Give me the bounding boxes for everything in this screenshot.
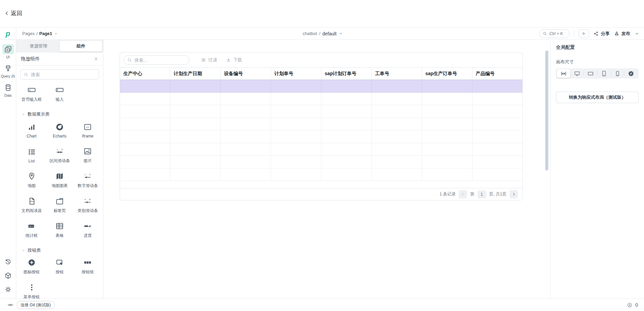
table-search-input[interactable] bbox=[134, 58, 186, 63]
table-cell[interactable] bbox=[372, 105, 422, 118]
table-row[interactable] bbox=[120, 143, 522, 156]
table-cell[interactable] bbox=[221, 105, 271, 118]
table-widget[interactable]: 过滤 下载 生产中心计划生产日期设备编号计划单号sap计划订单号工单号sap生产… bbox=[120, 52, 523, 200]
breadcrumb[interactable]: Pages / Page1 bbox=[22, 31, 58, 36]
prev-page-button[interactable] bbox=[459, 190, 467, 198]
table-cell[interactable] bbox=[271, 130, 321, 143]
table-cell[interactable] bbox=[170, 105, 220, 118]
table-column-header[interactable]: 计划单号 bbox=[271, 68, 321, 80]
table-cell[interactable] bbox=[120, 80, 170, 92]
table-cell[interactable] bbox=[422, 130, 472, 143]
table-column-header[interactable]: 计划生产日期 bbox=[170, 68, 220, 80]
table-cell[interactable] bbox=[120, 118, 170, 130]
canvas[interactable]: 过滤 下载 生产中心计划生产日期设备编号计划单号sap计划订单号工单号sap生产… bbox=[103, 40, 550, 299]
table-cell[interactable] bbox=[321, 156, 372, 168]
canvas-size-fluid-width-button[interactable] bbox=[557, 69, 570, 78]
table-cell[interactable] bbox=[221, 168, 271, 181]
table-cell[interactable] bbox=[321, 168, 372, 181]
table-cell[interactable] bbox=[120, 143, 170, 156]
table-cell[interactable] bbox=[221, 118, 271, 130]
component-card-区间滑动条[interactable]: 15区间滑动条 bbox=[45, 143, 73, 168]
table-cell[interactable] bbox=[271, 93, 321, 105]
component-card-菜单按钮[interactable]: 菜单按钮 bbox=[18, 279, 45, 299]
app-env-switcher[interactable]: chatbot / default bbox=[303, 28, 343, 39]
table-cell[interactable] bbox=[170, 156, 220, 168]
canvas-size-edit-pencil-button[interactable] bbox=[624, 69, 638, 78]
table-cell[interactable] bbox=[221, 80, 271, 92]
table-cell[interactable] bbox=[472, 168, 522, 181]
table-cell[interactable] bbox=[372, 93, 422, 105]
canvas-scrollbar[interactable] bbox=[545, 51, 548, 170]
component-card-地图图表[interactable]: 地图图表 bbox=[45, 168, 73, 193]
history-icon[interactable] bbox=[4, 258, 12, 266]
table-cell[interactable] bbox=[472, 118, 522, 130]
error-circle-icon[interactable] bbox=[627, 302, 633, 308]
component-card-Chart[interactable]: Chart bbox=[18, 118, 45, 143]
table-cell[interactable] bbox=[170, 80, 220, 92]
table-column-header[interactable]: 设备编号 bbox=[221, 68, 271, 80]
table-cell[interactable] bbox=[271, 156, 321, 168]
component-section-数据展示类[interactable]: 数据展示类 bbox=[18, 106, 102, 118]
table-cell[interactable] bbox=[120, 93, 170, 105]
table-cell[interactable] bbox=[422, 80, 472, 92]
table-row[interactable] bbox=[120, 156, 522, 168]
component-card-类别滑动条[interactable]: AB类别滑动条 bbox=[74, 193, 102, 218]
table-cell[interactable] bbox=[271, 168, 321, 181]
component-card-Echarts[interactable]: Echarts bbox=[45, 118, 73, 143]
preview-play-button[interactable] bbox=[579, 29, 589, 38]
table-cell[interactable] bbox=[321, 143, 372, 156]
table-cell[interactable] bbox=[170, 130, 220, 143]
table-cell[interactable] bbox=[221, 143, 271, 156]
table-cell[interactable] bbox=[422, 143, 472, 156]
panel-tab-资源管理[interactable]: 资源管理 bbox=[17, 41, 60, 52]
more-options-chevron-icon[interactable] bbox=[635, 31, 639, 36]
back-button[interactable]: 返回 bbox=[4, 9, 22, 17]
table-row[interactable] bbox=[120, 80, 522, 93]
component-card-按钮组[interactable]: 按钮组 bbox=[74, 254, 102, 279]
table-cell[interactable] bbox=[372, 80, 422, 92]
table-cell[interactable] bbox=[120, 130, 170, 143]
table-cell[interactable] bbox=[120, 105, 170, 118]
table-cell[interactable] bbox=[170, 93, 220, 105]
publish-button[interactable]: 发布 bbox=[614, 31, 630, 37]
table-row[interactable] bbox=[120, 130, 522, 143]
component-card-进度[interactable]: 进度 bbox=[74, 218, 102, 243]
table-cell[interactable] bbox=[472, 130, 522, 143]
table-cell[interactable] bbox=[120, 156, 170, 168]
table-download-button[interactable]: 下载 bbox=[226, 57, 242, 63]
omnibar-search-button[interactable]: Ctrl + K bbox=[539, 29, 570, 38]
table-cell[interactable] bbox=[472, 105, 522, 118]
component-list-scroll[interactable]: $货币输入框输入数据展示类ChartEcharts</>IframeList15… bbox=[16, 80, 103, 299]
app-logo[interactable]: p bbox=[0, 28, 16, 39]
table-cell[interactable] bbox=[221, 93, 271, 105]
rail-item-ui[interactable]: UI bbox=[1, 44, 15, 59]
table-cell[interactable] bbox=[321, 130, 372, 143]
table-cell[interactable] bbox=[321, 93, 372, 105]
component-search-input[interactable] bbox=[31, 72, 96, 77]
canvas-size-tablet-portrait-button[interactable] bbox=[597, 69, 611, 78]
component-card-统计框[interactable]: 12 ↗统计框 bbox=[18, 218, 45, 243]
table-row[interactable] bbox=[120, 93, 522, 105]
table-cell[interactable] bbox=[472, 80, 522, 92]
settings-icon[interactable] bbox=[4, 286, 12, 293]
table-cell[interactable] bbox=[472, 93, 522, 105]
panel-tab-组件[interactable]: 组件 bbox=[60, 41, 102, 52]
table-cell[interactable] bbox=[422, 156, 472, 168]
current-page-box[interactable]: 1 bbox=[478, 190, 486, 198]
table-cell[interactable] bbox=[221, 156, 271, 168]
component-card-Iframe[interactable]: </>Iframe bbox=[74, 118, 102, 143]
table-row[interactable] bbox=[120, 168, 522, 181]
connect-git-button[interactable]: 连接 Git (测试版) bbox=[17, 301, 55, 309]
canvas-size-mobile-button[interactable] bbox=[611, 69, 624, 78]
table-cell[interactable] bbox=[321, 118, 372, 130]
component-card-标签页[interactable]: 标签页 bbox=[45, 193, 73, 218]
component-card-图片[interactable]: 图片 bbox=[74, 143, 102, 168]
table-cell[interactable] bbox=[372, 143, 422, 156]
table-cell[interactable] bbox=[170, 118, 220, 130]
canvas-size-desktop-button[interactable] bbox=[570, 69, 584, 78]
next-page-button[interactable] bbox=[510, 190, 518, 198]
component-card-数字滑动条[interactable]: 15数字滑动条 bbox=[74, 168, 102, 193]
table-cell[interactable] bbox=[472, 156, 522, 168]
component-card-文档阅读器[interactable]: PDF文档阅读器 bbox=[18, 193, 45, 218]
table-column-header[interactable]: sap计划订单号 bbox=[321, 68, 372, 80]
